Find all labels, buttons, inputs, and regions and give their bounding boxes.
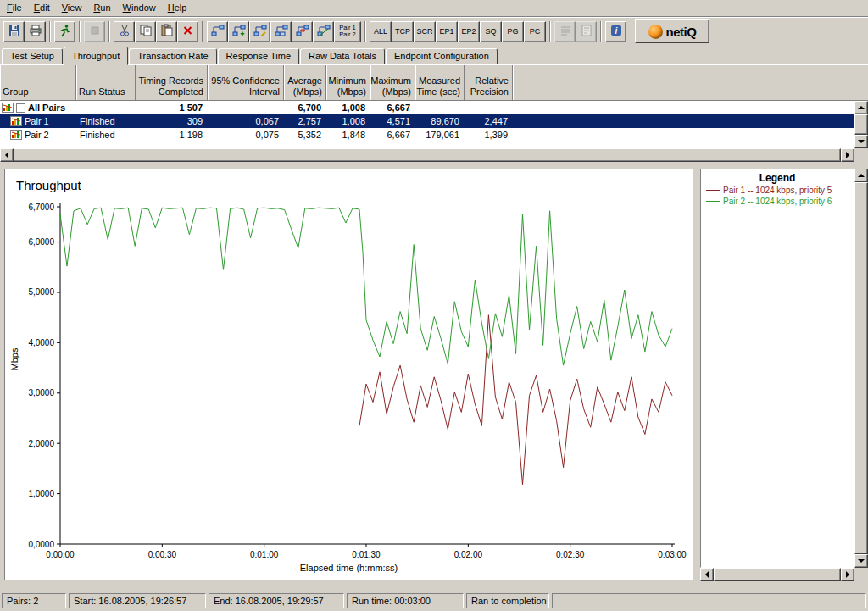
scroll-left-button[interactable] bbox=[0, 148, 14, 162]
delete-button[interactable] bbox=[177, 21, 198, 42]
tab-raw-data-totals[interactable]: Raw Data Totals bbox=[300, 48, 385, 64]
column-header-run-status[interactable]: Run Status bbox=[76, 65, 136, 100]
netiq-logo: netiQ bbox=[635, 19, 709, 43]
paste-icon bbox=[160, 24, 174, 40]
swap-endpoints-button[interactable] bbox=[292, 21, 313, 42]
column-header-minimum-mbps[interactable]: Minimum(Mbps) bbox=[326, 65, 370, 100]
menu-view[interactable]: View bbox=[56, 1, 88, 15]
column-header-maximum-mbps[interactable]: Maximum(Mbps) bbox=[370, 65, 415, 100]
about-button[interactable]: i bbox=[605, 21, 626, 42]
menu-edit[interactable]: Edit bbox=[28, 1, 56, 15]
throughput-chart: 6,70006,00005,00004,00003,00002,00001,00… bbox=[5, 169, 694, 581]
scroll-right-button[interactable] bbox=[841, 568, 854, 581]
status-panel-run-time: Run time: 00:03:00 bbox=[347, 593, 464, 608]
filter-scr-button[interactable]: SCR bbox=[414, 21, 436, 42]
edit-pair-button[interactable] bbox=[249, 21, 270, 42]
view-list-button[interactable] bbox=[554, 21, 576, 42]
scroll-right-button[interactable] bbox=[841, 148, 854, 162]
table-row-pair-1[interactable]: Pair 1Finished3090,0672,7571,0084,57189,… bbox=[0, 114, 854, 128]
run-test-button[interactable] bbox=[54, 21, 75, 42]
legend-entry-label: Pair 1 -- 1024 kbps, priority 5 bbox=[723, 186, 832, 195]
cell-minimum-mbps: 1,848 bbox=[326, 130, 370, 140]
toolbar-separator bbox=[49, 21, 51, 42]
column-header-95-confidence-interval[interactable]: 95% ConfidenceInterval bbox=[208, 65, 284, 100]
copy-pair-button[interactable] bbox=[270, 21, 292, 42]
table-vscroll-thumb[interactable] bbox=[854, 114, 868, 135]
legend-line-swatch bbox=[706, 201, 720, 202]
filter-sq-button[interactable]: SQ bbox=[480, 21, 502, 42]
pair-chart-icon bbox=[2, 103, 14, 113]
stop-icon bbox=[88, 24, 102, 40]
toolbar-separator bbox=[364, 21, 366, 42]
menu-run[interactable]: Run bbox=[87, 1, 116, 15]
column-header-line: Average bbox=[287, 75, 322, 86]
column-header-line: Interval bbox=[249, 86, 280, 97]
pair-filter-button[interactable]: Pair 1Pair 2 bbox=[334, 21, 361, 42]
copy-button[interactable] bbox=[135, 21, 156, 42]
column-header-average-mbps[interactable]: Average(Mbps) bbox=[284, 65, 326, 100]
column-header-group[interactable]: Group bbox=[0, 65, 76, 100]
save-button[interactable] bbox=[3, 21, 25, 42]
scroll-up-button[interactable] bbox=[854, 169, 868, 182]
group-cell: Pair 1 bbox=[0, 116, 76, 126]
column-header-timing-records-completed[interactable]: Timing RecordsCompleted bbox=[136, 65, 208, 100]
collapse-toggle-icon[interactable] bbox=[16, 103, 25, 113]
menu-window[interactable]: Window bbox=[117, 1, 162, 15]
view-report-button[interactable] bbox=[576, 21, 597, 42]
menu-file[interactable]: File bbox=[1, 1, 28, 15]
legend-entry-label: Pair 2 -- 1024 kbps, priority 6 bbox=[723, 197, 832, 206]
tab-transaction-rate[interactable]: Transaction Rate bbox=[129, 48, 216, 64]
pair-edit-icon bbox=[253, 24, 267, 40]
scroll-down-button[interactable] bbox=[854, 554, 868, 568]
menu-bar: FileEditViewRunWindowHelp bbox=[0, 0, 868, 16]
cut-button[interactable] bbox=[114, 21, 135, 42]
filter-pc-button[interactable]: PC bbox=[524, 21, 546, 42]
legend-title: Legend bbox=[701, 169, 854, 184]
new-pair-button[interactable] bbox=[207, 21, 228, 42]
column-header-relative-precision[interactable]: RelativePrecision bbox=[465, 65, 513, 100]
tab-response-time[interactable]: Response Time bbox=[218, 48, 299, 64]
copy-icon bbox=[139, 24, 153, 40]
legend-vscroll-thumb[interactable] bbox=[854, 182, 868, 554]
connect-pairs-button[interactable] bbox=[313, 21, 334, 42]
chart-y-axis-label: Mbps bbox=[9, 342, 19, 376]
x-tick-label: 0:02:30 bbox=[556, 550, 585, 559]
scroll-down-button[interactable] bbox=[854, 135, 868, 148]
right-arrow-icon bbox=[846, 571, 849, 578]
cell-measured-time-sec: 89,670 bbox=[415, 116, 465, 126]
report-icon bbox=[580, 24, 593, 40]
column-header-measured-time-sec[interactable]: MeasuredTime (sec) bbox=[415, 65, 465, 100]
tab-test-setup[interactable]: Test Setup bbox=[2, 48, 63, 64]
legend-entry-pair-2[interactable]: Pair 2 -- 1024 kbps, priority 6 bbox=[701, 195, 854, 206]
filter-ep1-button[interactable]: EP1 bbox=[436, 21, 458, 42]
filter-ep2-button[interactable]: EP2 bbox=[458, 21, 480, 42]
table-hscroll-thumb[interactable] bbox=[14, 148, 841, 162]
cell-average-mbps: 5,352 bbox=[284, 130, 326, 140]
menu-help[interactable]: Help bbox=[162, 1, 193, 15]
table-horizontal-scrollbar[interactable] bbox=[0, 148, 854, 162]
print-icon bbox=[29, 24, 42, 40]
scroll-up-button[interactable] bbox=[854, 101, 868, 114]
column-header-line: Timing Records bbox=[138, 75, 203, 86]
table-vertical-scrollbar[interactable] bbox=[854, 101, 868, 148]
x-tick-label: 0:01:30 bbox=[352, 550, 381, 559]
filter-pg-button[interactable]: PG bbox=[502, 21, 524, 42]
legend-horizontal-scrollbar[interactable] bbox=[700, 568, 854, 581]
table-row-pair-2[interactable]: Pair 2Finished1 1980,0755,3521,8486,6671… bbox=[0, 128, 854, 142]
paste-button[interactable] bbox=[156, 21, 177, 42]
group-label: All Pairs bbox=[28, 103, 65, 113]
filter-all-button[interactable]: ALL bbox=[370, 21, 392, 42]
table-row-all-pairs[interactable]: All Pairs1 5076,7001,0086,667 bbox=[0, 101, 854, 114]
column-header-line: Completed bbox=[159, 86, 203, 97]
print-button[interactable] bbox=[25, 21, 46, 42]
add-pair-button[interactable] bbox=[228, 21, 249, 42]
filter-tcp-button[interactable]: TCP bbox=[392, 21, 414, 42]
stop-test-button[interactable] bbox=[84, 21, 105, 42]
tab-endpoint-configuration[interactable]: Endpoint Configuration bbox=[386, 48, 498, 64]
tab-throughput[interactable]: Throughput bbox=[64, 47, 128, 65]
legend-hscroll-thumb[interactable] bbox=[714, 568, 841, 581]
legend-entry-pair-1[interactable]: Pair 1 -- 1024 kbps, priority 5 bbox=[701, 184, 854, 195]
scroll-left-button[interactable] bbox=[700, 568, 714, 581]
legend-vertical-scrollbar[interactable] bbox=[854, 169, 868, 568]
cell-maximum-mbps: 6,667 bbox=[370, 103, 415, 113]
